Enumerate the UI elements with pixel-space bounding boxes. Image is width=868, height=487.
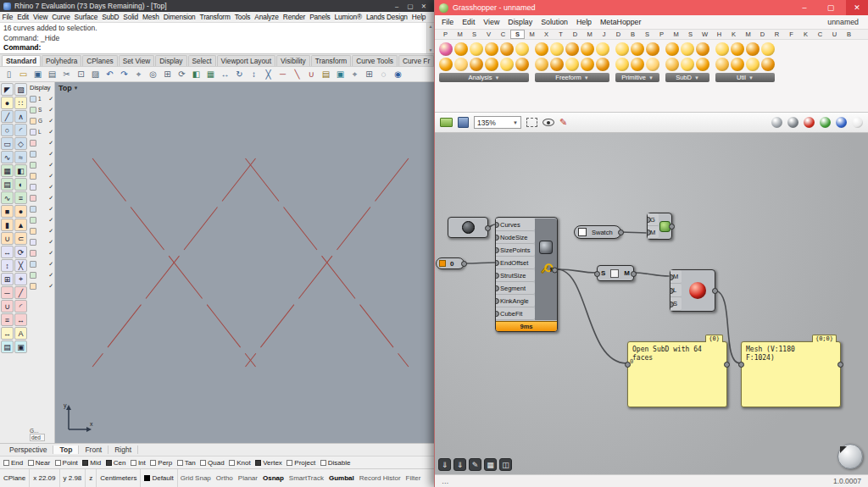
select-brush-icon[interactable]: ▧ — [14, 83, 27, 96]
rhino-titlebar[interactable]: Rhino 7 Evaluation (73 Days Remaining) -… — [0, 0, 434, 12]
component-tab[interactable]: U — [827, 30, 842, 38]
component-tab[interactable]: B — [842, 30, 856, 38]
component-icon[interactable] — [535, 42, 548, 56]
rectangle-icon[interactable]: ▭ — [1, 137, 14, 150]
component-icon[interactable] — [500, 42, 514, 56]
component-tab[interactable]: M — [669, 30, 683, 38]
join-icon[interactable]: ∪ — [305, 68, 318, 80]
grid-icon[interactable]: ⊞ — [363, 68, 376, 80]
component-input[interactable]: NodeSize — [496, 231, 535, 244]
subd-from-curves-component[interactable]: CurvesNodeSizeSizePointsEndOffsetStrutSi… — [495, 217, 558, 332]
component-tab[interactable]: M — [525, 30, 539, 38]
component-tab[interactable]: S — [510, 30, 525, 39]
rotate-tool-icon[interactable]: ⟳ — [14, 246, 27, 258]
component-tab[interactable]: C — [496, 30, 510, 38]
status-toggle[interactable]: Planar — [236, 474, 260, 482]
mesh-preview-component[interactable]: MLS — [670, 269, 715, 312]
component-tab[interactable]: J — [597, 30, 611, 38]
surface-plane-icon[interactable]: ▦ — [1, 164, 14, 177]
ribbon-group-label[interactable]: Analysis▼ — [439, 73, 529, 82]
mirror-icon[interactable]: ╳ — [262, 68, 275, 80]
component-icon[interactable] — [615, 58, 629, 71]
minimize-icon[interactable]: – — [390, 3, 403, 10]
display-panel-row[interactable]: ✓ — [30, 148, 53, 159]
component-tab[interactable]: X — [539, 30, 554, 38]
extend-icon[interactable]: ↔ — [14, 313, 27, 326]
preview-eye-icon[interactable] — [542, 119, 554, 126]
cut-icon[interactable]: ✂ — [60, 68, 73, 80]
component-tab[interactable]: S — [640, 30, 654, 38]
status-toggle[interactable]: SmartTrack — [287, 474, 326, 482]
close-icon[interactable]: ✕ — [846, 0, 868, 15]
arc-icon[interactable]: ◜ — [14, 124, 27, 136]
move-icon[interactable]: ↔ — [219, 68, 231, 80]
scale-tool-icon[interactable]: ↕ — [1, 259, 14, 272]
minimize-icon[interactable]: – — [793, 0, 815, 15]
checkbox-icon[interactable] — [177, 460, 183, 466]
toolbar-tab[interactable]: Transform — [311, 55, 352, 66]
sphere-icon[interactable]: ● — [14, 205, 27, 218]
status-toggle[interactable]: Record Histor — [357, 474, 403, 482]
display-panel-row[interactable]: L ✓ — [30, 126, 53, 137]
component-icon[interactable] — [646, 42, 659, 56]
checkbox-icon[interactable] — [150, 460, 156, 466]
component-icon[interactable] — [485, 42, 498, 56]
component-input[interactable]: Segment — [496, 282, 535, 295]
component-output-p[interactable]: P — [550, 266, 554, 274]
component-tab[interactable]: B — [626, 30, 640, 38]
display-panel-row[interactable]: 1 ✓ — [30, 93, 53, 104]
menu-item[interactable]: Lumion® — [332, 13, 364, 21]
osnap-option[interactable]: Quad — [200, 459, 225, 467]
component-tab[interactable]: D — [611, 30, 626, 38]
display-mode-ball-icon[interactable] — [852, 117, 863, 128]
hide-icon[interactable]: ◌ — [377, 68, 390, 80]
component-input[interactable]: SizePoints — [496, 244, 535, 257]
component-tab[interactable]: M — [582, 30, 597, 38]
display-mode-ball-icon[interactable] — [787, 117, 798, 128]
trim-tool-icon[interactable]: ─ — [1, 286, 14, 299]
display-panel-row[interactable]: S ✓ — [30, 104, 53, 115]
pan-icon[interactable]: ⌖ — [132, 68, 145, 80]
display-panel-row[interactable]: ✓ — [30, 170, 53, 181]
menu-item[interactable]: File — [437, 18, 458, 26]
toolbar-tab[interactable]: Curve Fr — [398, 55, 434, 66]
display-panel-row[interactable]: ✓ — [30, 280, 53, 291]
cone-icon[interactable]: ▲ — [14, 219, 27, 231]
menu-item[interactable]: Surface — [72, 13, 100, 21]
component-tab[interactable]: W — [698, 30, 712, 38]
text-icon[interactable]: A — [14, 327, 27, 340]
component-icon[interactable] — [470, 42, 483, 56]
osnap-option[interactable]: Project — [287, 459, 315, 467]
extrude-icon[interactable]: ▤ — [1, 178, 14, 191]
osnap-option[interactable]: Vertex — [255, 459, 282, 467]
toolbar-tab[interactable]: Set View — [119, 55, 155, 66]
scroll-down-icon[interactable]: ▼ — [429, 47, 433, 53]
zoom-dropdown[interactable]: 135%▼ — [474, 116, 521, 129]
print-icon[interactable]: ▤ — [46, 68, 58, 80]
component-icon[interactable] — [746, 58, 760, 71]
scale-icon[interactable]: ↕ — [248, 68, 260, 80]
component-icon[interactable] — [631, 58, 644, 71]
sweep-icon[interactable]: ∿ — [1, 191, 14, 204]
sidebar-docked-tab[interactable]: ded — [30, 434, 45, 441]
display-mode-ball-icon[interactable] — [771, 117, 782, 128]
grid-view-icon[interactable]: ▦ — [484, 458, 497, 471]
revolve-icon[interactable]: ◐ — [14, 178, 27, 191]
osnap-icon[interactable]: ⌖ — [348, 68, 361, 80]
surface-corner-icon[interactable]: ◧ — [14, 164, 27, 177]
panel-mesh-info[interactable]: {0;0} Mesh (V:1180 F:1024) — [741, 341, 841, 407]
display-panel-row[interactable]: G ✓ — [30, 115, 53, 126]
boolean-union-icon[interactable]: ∪ — [1, 232, 14, 245]
component-icon[interactable] — [696, 58, 709, 71]
paste-icon[interactable]: ▨ — [89, 68, 102, 80]
component-icon[interactable] — [631, 42, 644, 56]
checkbox-icon[interactable] — [320, 460, 326, 466]
component-tab[interactable]: D — [755, 30, 770, 38]
component-icon[interactable] — [746, 42, 760, 56]
move-tool-icon[interactable]: ↔ — [1, 246, 14, 258]
mirror-tool-icon[interactable]: ╳ — [14, 259, 27, 272]
component-icon[interactable] — [731, 58, 744, 71]
osnap-option[interactable]: Cen — [106, 459, 126, 467]
component-icon[interactable] — [454, 42, 468, 56]
command-prompt-input[interactable]: Command: — [3, 43, 423, 53]
